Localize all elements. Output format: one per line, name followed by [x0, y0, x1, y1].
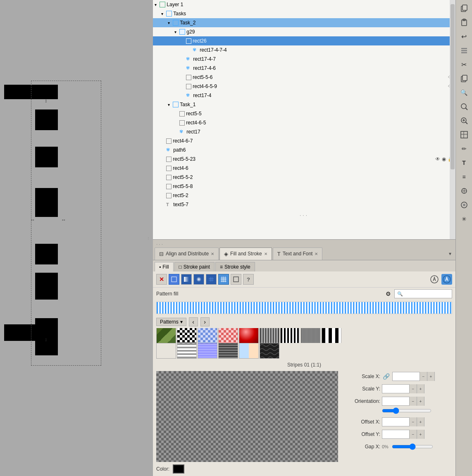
offset-y-plus[interactable]: + [417, 430, 424, 439]
gap-x-slider[interactable] [392, 444, 433, 449]
tree-arrow-tasks[interactable]: ▾ [161, 12, 166, 16]
pattern-search-box[interactable]: 🔍 [394, 289, 452, 298]
tree-arrow-task1[interactable]: ▾ [168, 102, 173, 107]
tree-arrow-task2[interactable]: ▾ [168, 21, 173, 25]
tree-item-text5-7[interactable]: T text5-7 [153, 200, 455, 209]
tree-item-rect17-4[interactable]: ✾ rect17-4 [153, 91, 455, 100]
toolbar-text-btn[interactable]: T [458, 156, 471, 169]
tree-item-rect17-4-6[interactable]: ✾ rect17-4-6 [153, 64, 455, 73]
tree-item-rect5-5-8[interactable]: rect5-5-8 [153, 182, 455, 191]
tree-item-rect26[interactable]: rect26 [153, 36, 455, 45]
fill-type-mesh[interactable] [206, 274, 217, 285]
toolbar-copy-btn[interactable] [458, 2, 471, 15]
toolbar-stroke-btn[interactable]: ≡ [458, 170, 471, 183]
pattern-thumb-stripes1[interactable] [260, 328, 279, 343]
tree-item-rect4-6-7[interactable]: rect4-6-7 [153, 136, 455, 145]
tab-text-font[interactable]: T Text and Font ✕ [273, 248, 323, 260]
pattern-thumb-r2-3[interactable] [198, 343, 217, 359]
toolbar-grid-btn[interactable] [458, 128, 471, 141]
offset-y-minus[interactable]: − [409, 430, 417, 439]
patterns-prev-btn[interactable]: ‹ [189, 317, 198, 326]
pattern-thumb-r2-6[interactable] [260, 343, 279, 359]
fill-type-linear[interactable] [181, 274, 192, 285]
fill-marker2-btn[interactable] [441, 274, 452, 285]
pattern-thumb-sphere[interactable] [239, 328, 259, 343]
obj-icon-rect5-5-23[interactable]: ◉ [442, 156, 446, 162]
gear-button[interactable]: ⚙ [386, 290, 391, 297]
scale-y-plus[interactable]: + [417, 384, 424, 393]
tab-more-button[interactable]: ▾ [446, 251, 454, 257]
scale-y-input[interactable]: 2.000 [382, 386, 409, 392]
tree-item-rect5-5-6[interactable]: rect5-5-6 👁 [153, 73, 455, 82]
sub-tab-stroke-paint[interactable]: □ Stroke paint [174, 262, 215, 271]
patterns-dropdown[interactable]: Patterns ▾ [156, 318, 186, 326]
align-tab-close[interactable]: ✕ [211, 252, 214, 256]
text-font-tab-close[interactable]: ✕ [315, 252, 318, 256]
pattern-thumb-stripes4[interactable] [322, 328, 341, 343]
fill-type-pattern[interactable] [218, 274, 229, 285]
color-swatch[interactable] [173, 464, 184, 474]
pattern-search-input[interactable] [404, 291, 446, 297]
toolbar-zoom-draw-btn[interactable] [458, 114, 471, 127]
orientation-slider[interactable] [382, 408, 431, 413]
toolbar-color2-btn[interactable] [458, 198, 471, 212]
offset-x-plus[interactable]: + [417, 417, 424, 426]
tree-item-rect4-6-5[interactable]: rect4-6-5 [153, 118, 455, 127]
pattern-thumb-checker[interactable] [177, 328, 197, 343]
pattern-thumb-stripes2[interactable] [280, 328, 300, 343]
toolbar-filter-btn[interactable] [458, 184, 471, 198]
tree-item-rect17-4-7-4[interactable]: ✾ rect17-4-7-4 [153, 45, 455, 55]
sub-tab-fill[interactable]: ▪ Fill [155, 262, 174, 271]
tree-item-g29[interactable]: ▾ g29 [153, 27, 455, 36]
pattern-thumb-stripes3[interactable] [301, 328, 321, 343]
scale-xy-lock-icon[interactable]: 🔗 [383, 373, 390, 380]
eye2-icon-rect5-5-23[interactable]: 👁 [435, 156, 440, 162]
tree-item-rect17-4-7[interactable]: ✾ rect17-4-7 [153, 55, 455, 64]
tree-item-rect4-6[interactable]: rect4-6 [153, 164, 455, 173]
tree-item-rect5-5[interactable]: rect5-5 [153, 109, 455, 118]
tree-arrow-g29[interactable]: ▾ [174, 30, 179, 34]
pattern-thumb-red[interactable] [218, 328, 238, 343]
tab-fill-stroke[interactable]: ◈ Fill and Stroke ✕ [219, 248, 272, 260]
fill-marker1-btn[interactable] [429, 274, 440, 285]
fill-type-flat[interactable] [169, 274, 179, 285]
tree-arrow-layer1[interactable]: ▾ [155, 2, 160, 7]
fill-type-radial[interactable] [193, 274, 204, 285]
offset-x-minus[interactable]: − [409, 417, 417, 426]
fill-type-none[interactable]: ✕ [156, 274, 167, 285]
scale-y-minus[interactable]: − [409, 384, 417, 393]
tree-item-layer1[interactable]: ▾ Layer 1 [153, 0, 455, 9]
toolbar-sym-btn[interactable]: ✳ [458, 212, 471, 226]
tree-item-task1[interactable]: ▾ Task_1 [153, 100, 455, 109]
scale-x-input[interactable]: 1.000 [393, 374, 420, 379]
tree-item-rect5-5-23[interactable]: rect5-5-23 👁 ◉ 🔒 [153, 155, 455, 164]
pattern-thumb-r2-1[interactable] [156, 343, 176, 359]
fill-type-unknown[interactable]: ? [243, 274, 254, 285]
toolbar-paint-btn[interactable]: ✏ [458, 142, 471, 155]
panel-resize-handle[interactable]: ⋮ [147, 0, 150, 476]
orientation-minus[interactable]: − [409, 397, 417, 406]
tree-item-path6[interactable]: ✾ path6 [153, 145, 455, 155]
pattern-thumb-camo[interactable] [156, 328, 176, 343]
orientation-input[interactable]: -90.00 [382, 398, 409, 404]
toolbar-zoom-fit-btn[interactable] [458, 100, 471, 113]
tree-scroll-area[interactable]: ▾ Layer 1 ▾ Tasks ▾ Task_2 ▾ [153, 0, 455, 239]
sub-tab-stroke-style[interactable]: ≡ Stroke style [215, 262, 255, 271]
fill-stroke-tab-close[interactable]: ✕ [264, 252, 267, 256]
tree-item-tasks[interactable]: ▾ Tasks [153, 9, 455, 18]
patterns-next-btn[interactable]: › [200, 317, 210, 326]
orientation-plus[interactable]: + [417, 397, 424, 406]
tree-scrollbar-thumb[interactable] [451, 4, 455, 169]
tree-item-rect17[interactable]: ✾ rect17 [153, 127, 455, 136]
toolbar-copy2-btn[interactable] [458, 72, 471, 85]
tree-scrollbar[interactable] [450, 0, 455, 239]
tree-item-task2[interactable]: ▾ Task_2 [153, 18, 455, 27]
fill-type-swatch[interactable] [231, 274, 241, 285]
pattern-thumb-r2-2[interactable] [177, 343, 197, 359]
toolbar-undo-btn[interactable]: ↩ [458, 30, 471, 43]
toolbar-cut-btn[interactable]: ✂ [458, 58, 471, 71]
tree-item-rect5-2[interactable]: rect5-2 [153, 191, 455, 200]
scale-x-plus[interactable]: + [427, 372, 434, 381]
tree-item-rect5-5-2[interactable]: rect5-5-2 [153, 173, 455, 182]
tree-item-rect4-6-5-9[interactable]: rect4-6-5-9 👁 [153, 82, 455, 91]
